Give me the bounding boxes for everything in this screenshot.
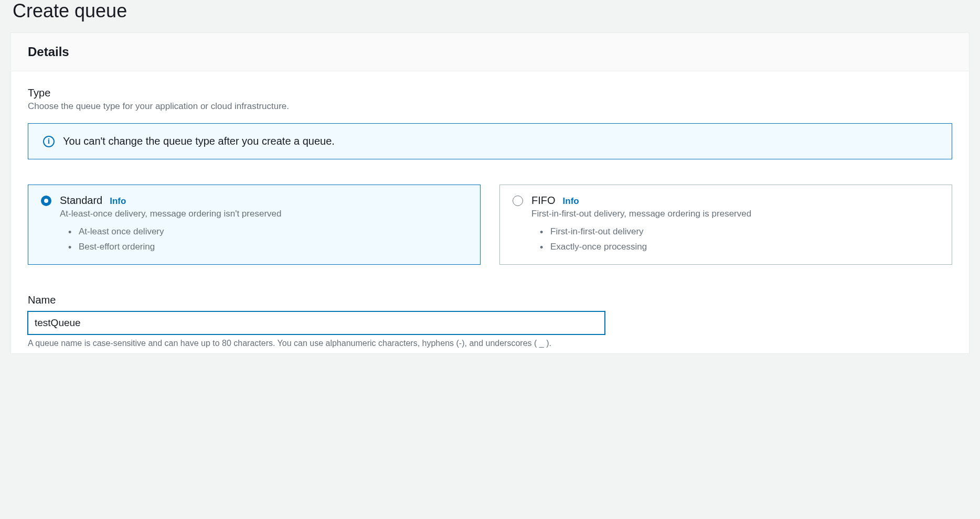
type-description: Choose the queue type for your applicati… bbox=[28, 101, 952, 112]
bullet-fifo-1: Exactly-once processing bbox=[540, 240, 939, 255]
details-panel: Details Type Choose the queue type for y… bbox=[10, 33, 970, 354]
radio-dot-standard[interactable] bbox=[41, 196, 51, 206]
info-icon: i bbox=[43, 136, 55, 147]
name-help-text: A queue name is case-sensitive and can h… bbox=[28, 339, 952, 348]
panel-body: Type Choose the queue type for your appl… bbox=[11, 71, 969, 353]
radio-card-standard[interactable]: Standard Info At-least-once delivery, me… bbox=[28, 185, 481, 265]
panel-header: Details bbox=[11, 33, 969, 71]
type-radio-group: Standard Info At-least-once delivery, me… bbox=[28, 185, 952, 265]
type-info-banner: i You can't change the queue type after … bbox=[28, 123, 952, 159]
radio-title-standard: Standard bbox=[60, 194, 102, 207]
details-heading: Details bbox=[28, 45, 952, 59]
type-banner-text: You can't change the queue type after yo… bbox=[63, 135, 335, 147]
info-link-standard[interactable]: Info bbox=[110, 196, 126, 207]
radio-dot-fifo[interactable] bbox=[513, 196, 523, 206]
radio-content-standard: Standard Info At-least-once delivery, me… bbox=[60, 194, 467, 255]
radio-title-fifo: FIFO bbox=[531, 194, 556, 207]
type-label: Type bbox=[28, 87, 952, 99]
name-label: Name bbox=[28, 294, 952, 306]
bullet-standard-0: At-least once delivery bbox=[68, 224, 467, 240]
radio-content-fifo: FIFO Info First-in-first-out delivery, m… bbox=[531, 194, 939, 255]
radio-subtitle-fifo: First-in-first-out delivery, message ord… bbox=[531, 209, 939, 219]
queue-name-input[interactable] bbox=[28, 311, 605, 334]
radio-subtitle-standard: At-least-once delivery, message ordering… bbox=[60, 209, 467, 219]
bullet-fifo-0: First-in-first-out delivery bbox=[540, 224, 939, 240]
bullet-standard-1: Best-effort ordering bbox=[68, 240, 467, 255]
info-link-fifo[interactable]: Info bbox=[563, 196, 579, 207]
page-title: Create queue bbox=[0, 0, 980, 33]
radio-card-fifo[interactable]: FIFO Info First-in-first-out delivery, m… bbox=[499, 185, 952, 265]
